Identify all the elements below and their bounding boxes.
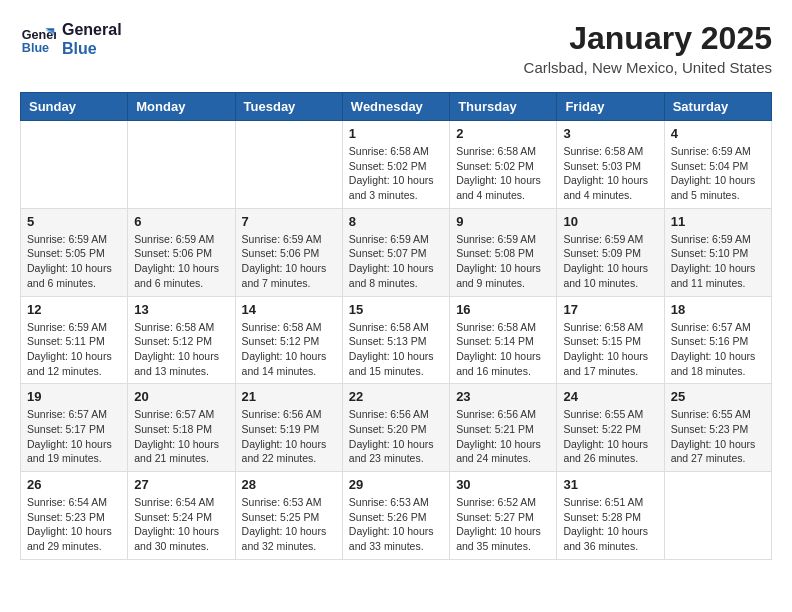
day-number: 25 [671, 389, 765, 404]
calendar-cell: 19Sunrise: 6:57 AM Sunset: 5:17 PM Dayli… [21, 384, 128, 472]
day-number: 13 [134, 302, 228, 317]
day-info: Sunrise: 6:55 AM Sunset: 5:23 PM Dayligh… [671, 407, 765, 466]
calendar-cell: 22Sunrise: 6:56 AM Sunset: 5:20 PM Dayli… [342, 384, 449, 472]
page-header: General Blue General Blue January 2025 C… [20, 20, 772, 76]
day-number: 31 [563, 477, 657, 492]
calendar-cell: 15Sunrise: 6:58 AM Sunset: 5:13 PM Dayli… [342, 296, 449, 384]
weekday-header-thursday: Thursday [450, 93, 557, 121]
calendar-cell: 27Sunrise: 6:54 AM Sunset: 5:24 PM Dayli… [128, 472, 235, 560]
logo-general: General [62, 20, 122, 39]
day-info: Sunrise: 6:59 AM Sunset: 5:05 PM Dayligh… [27, 232, 121, 291]
day-number: 18 [671, 302, 765, 317]
calendar-week-1: 1Sunrise: 6:58 AM Sunset: 5:02 PM Daylig… [21, 121, 772, 209]
day-info: Sunrise: 6:53 AM Sunset: 5:25 PM Dayligh… [242, 495, 336, 554]
calendar-cell: 16Sunrise: 6:58 AM Sunset: 5:14 PM Dayli… [450, 296, 557, 384]
day-number: 1 [349, 126, 443, 141]
weekday-header-saturday: Saturday [664, 93, 771, 121]
day-info: Sunrise: 6:59 AM Sunset: 5:04 PM Dayligh… [671, 144, 765, 203]
day-info: Sunrise: 6:58 AM Sunset: 5:02 PM Dayligh… [456, 144, 550, 203]
calendar-cell: 4Sunrise: 6:59 AM Sunset: 5:04 PM Daylig… [664, 121, 771, 209]
day-info: Sunrise: 6:59 AM Sunset: 5:07 PM Dayligh… [349, 232, 443, 291]
logo-icon: General Blue [20, 21, 56, 57]
calendar-cell: 21Sunrise: 6:56 AM Sunset: 5:19 PM Dayli… [235, 384, 342, 472]
calendar-cell [21, 121, 128, 209]
day-number: 9 [456, 214, 550, 229]
day-info: Sunrise: 6:58 AM Sunset: 5:14 PM Dayligh… [456, 320, 550, 379]
calendar-cell: 3Sunrise: 6:58 AM Sunset: 5:03 PM Daylig… [557, 121, 664, 209]
day-info: Sunrise: 6:52 AM Sunset: 5:27 PM Dayligh… [456, 495, 550, 554]
day-number: 29 [349, 477, 443, 492]
weekday-header-wednesday: Wednesday [342, 93, 449, 121]
calendar-week-2: 5Sunrise: 6:59 AM Sunset: 5:05 PM Daylig… [21, 208, 772, 296]
weekday-header-tuesday: Tuesday [235, 93, 342, 121]
day-info: Sunrise: 6:56 AM Sunset: 5:21 PM Dayligh… [456, 407, 550, 466]
day-number: 3 [563, 126, 657, 141]
day-number: 21 [242, 389, 336, 404]
logo: General Blue General Blue [20, 20, 122, 58]
weekday-header-sunday: Sunday [21, 93, 128, 121]
day-info: Sunrise: 6:58 AM Sunset: 5:13 PM Dayligh… [349, 320, 443, 379]
calendar-cell: 29Sunrise: 6:53 AM Sunset: 5:26 PM Dayli… [342, 472, 449, 560]
day-info: Sunrise: 6:59 AM Sunset: 5:10 PM Dayligh… [671, 232, 765, 291]
calendar-cell: 24Sunrise: 6:55 AM Sunset: 5:22 PM Dayli… [557, 384, 664, 472]
calendar-week-3: 12Sunrise: 6:59 AM Sunset: 5:11 PM Dayli… [21, 296, 772, 384]
day-info: Sunrise: 6:54 AM Sunset: 5:24 PM Dayligh… [134, 495, 228, 554]
day-info: Sunrise: 6:59 AM Sunset: 5:06 PM Dayligh… [134, 232, 228, 291]
calendar-cell: 9Sunrise: 6:59 AM Sunset: 5:08 PM Daylig… [450, 208, 557, 296]
day-number: 8 [349, 214, 443, 229]
day-number: 24 [563, 389, 657, 404]
calendar-cell: 5Sunrise: 6:59 AM Sunset: 5:05 PM Daylig… [21, 208, 128, 296]
calendar-cell [664, 472, 771, 560]
day-info: Sunrise: 6:57 AM Sunset: 5:17 PM Dayligh… [27, 407, 121, 466]
day-number: 6 [134, 214, 228, 229]
day-number: 16 [456, 302, 550, 317]
weekday-header-friday: Friday [557, 93, 664, 121]
calendar-cell: 13Sunrise: 6:58 AM Sunset: 5:12 PM Dayli… [128, 296, 235, 384]
calendar-cell: 18Sunrise: 6:57 AM Sunset: 5:16 PM Dayli… [664, 296, 771, 384]
day-number: 22 [349, 389, 443, 404]
day-number: 7 [242, 214, 336, 229]
weekday-header-monday: Monday [128, 93, 235, 121]
calendar-cell: 14Sunrise: 6:58 AM Sunset: 5:12 PM Dayli… [235, 296, 342, 384]
day-info: Sunrise: 6:57 AM Sunset: 5:16 PM Dayligh… [671, 320, 765, 379]
day-info: Sunrise: 6:58 AM Sunset: 5:15 PM Dayligh… [563, 320, 657, 379]
day-info: Sunrise: 6:57 AM Sunset: 5:18 PM Dayligh… [134, 407, 228, 466]
day-number: 30 [456, 477, 550, 492]
title-block: January 2025 Carlsbad, New Mexico, Unite… [524, 20, 772, 76]
calendar-cell: 28Sunrise: 6:53 AM Sunset: 5:25 PM Dayli… [235, 472, 342, 560]
location-title: Carlsbad, New Mexico, United States [524, 59, 772, 76]
day-number: 15 [349, 302, 443, 317]
calendar-cell: 26Sunrise: 6:54 AM Sunset: 5:23 PM Dayli… [21, 472, 128, 560]
day-info: Sunrise: 6:58 AM Sunset: 5:12 PM Dayligh… [134, 320, 228, 379]
day-number: 26 [27, 477, 121, 492]
day-number: 4 [671, 126, 765, 141]
calendar-cell: 12Sunrise: 6:59 AM Sunset: 5:11 PM Dayli… [21, 296, 128, 384]
day-number: 19 [27, 389, 121, 404]
day-number: 17 [563, 302, 657, 317]
day-info: Sunrise: 6:53 AM Sunset: 5:26 PM Dayligh… [349, 495, 443, 554]
day-info: Sunrise: 6:56 AM Sunset: 5:19 PM Dayligh… [242, 407, 336, 466]
day-number: 12 [27, 302, 121, 317]
calendar-cell: 1Sunrise: 6:58 AM Sunset: 5:02 PM Daylig… [342, 121, 449, 209]
calendar-table: SundayMondayTuesdayWednesdayThursdayFrid… [20, 92, 772, 560]
day-info: Sunrise: 6:59 AM Sunset: 5:09 PM Dayligh… [563, 232, 657, 291]
day-info: Sunrise: 6:59 AM Sunset: 5:11 PM Dayligh… [27, 320, 121, 379]
day-info: Sunrise: 6:54 AM Sunset: 5:23 PM Dayligh… [27, 495, 121, 554]
logo-blue: Blue [62, 39, 122, 58]
calendar-cell: 31Sunrise: 6:51 AM Sunset: 5:28 PM Dayli… [557, 472, 664, 560]
calendar-cell: 2Sunrise: 6:58 AM Sunset: 5:02 PM Daylig… [450, 121, 557, 209]
calendar-cell: 20Sunrise: 6:57 AM Sunset: 5:18 PM Dayli… [128, 384, 235, 472]
day-number: 14 [242, 302, 336, 317]
day-info: Sunrise: 6:58 AM Sunset: 5:03 PM Dayligh… [563, 144, 657, 203]
calendar-cell: 10Sunrise: 6:59 AM Sunset: 5:09 PM Dayli… [557, 208, 664, 296]
day-info: Sunrise: 6:55 AM Sunset: 5:22 PM Dayligh… [563, 407, 657, 466]
calendar-cell: 23Sunrise: 6:56 AM Sunset: 5:21 PM Dayli… [450, 384, 557, 472]
day-number: 11 [671, 214, 765, 229]
calendar-week-5: 26Sunrise: 6:54 AM Sunset: 5:23 PM Dayli… [21, 472, 772, 560]
calendar-cell: 8Sunrise: 6:59 AM Sunset: 5:07 PM Daylig… [342, 208, 449, 296]
day-info: Sunrise: 6:56 AM Sunset: 5:20 PM Dayligh… [349, 407, 443, 466]
day-info: Sunrise: 6:59 AM Sunset: 5:06 PM Dayligh… [242, 232, 336, 291]
calendar-cell [128, 121, 235, 209]
calendar-cell: 17Sunrise: 6:58 AM Sunset: 5:15 PM Dayli… [557, 296, 664, 384]
day-info: Sunrise: 6:51 AM Sunset: 5:28 PM Dayligh… [563, 495, 657, 554]
